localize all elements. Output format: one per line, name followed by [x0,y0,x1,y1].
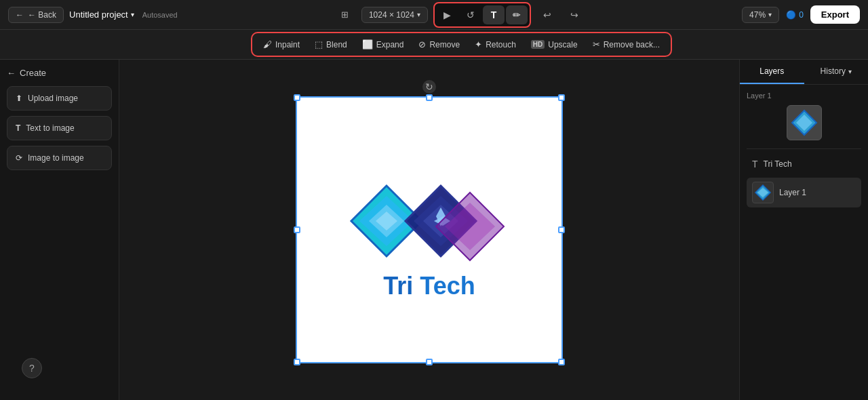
remove-button[interactable]: ⊘ Remove [412,36,467,53]
back-button[interactable]: ← ← Back [8,7,64,23]
zoom-selector[interactable]: 47% ▾ [742,7,779,23]
rotate-handle[interactable]: ↻ [422,80,436,94]
canvas-content: Tri Tech [297,98,561,362]
svg-text:Tri Tech: Tri Tech [383,272,475,300]
help-button[interactable]: ? [22,358,42,378]
layer1-section: Layer 1 [747,92,861,140]
text-layer-item[interactable]: T Tri Tech [747,155,861,174]
draw-tool-button[interactable]: ✏ [506,5,528,24]
expand-button[interactable]: ⬜ Expand [355,36,411,53]
upscale-button[interactable]: HD Upscale [524,37,585,53]
redo-button[interactable]: ↪ [564,5,585,24]
handle-top-right[interactable] [558,94,565,101]
rotate-icon: ↻ [425,81,433,92]
credits-button[interactable]: 🔵 0 [786,10,804,20]
autosaved-status: Autosaved [142,11,178,19]
layers-tab[interactable]: Layers [740,60,804,84]
text-tool-button[interactable]: T [483,5,505,24]
handle-top-mid[interactable] [426,94,433,101]
handle-bottom-right[interactable] [558,359,565,365]
remove-bg-button[interactable]: ✂ Remove back... [586,36,667,53]
chevron-down-icon: ▾ [768,11,772,18]
remove-bg-icon: ✂ [593,39,600,49]
export-button[interactable]: Export [810,5,860,24]
subtoolbar-inner: 🖌 Inpaint ⬚ Blend ⬜ Expand ⊘ Remove ✦ Re… [251,32,672,57]
subtoolbar: 🖌 Inpaint ⬚ Blend ⬜ Expand ⊘ Remove ✦ Re… [0,30,868,60]
create-section-title: ← Create [7,68,112,78]
layers-divider [747,148,861,149]
panel-header: Layers History ▾ [740,60,868,85]
header-right: 47% ▾ 🔵 0 Export [742,5,860,24]
inpaint-button[interactable]: 🖌 Inpaint [256,36,307,53]
blend-icon: ⬚ [315,39,323,49]
upload-image-button[interactable]: ⬆ Upload image [7,86,112,111]
project-name[interactable]: Untitled project ▾ [69,9,134,20]
canvas-frame: Tri Tech [297,98,561,362]
handle-bottom-left[interactable] [294,359,300,365]
header-left: ← ← Back Untitled project ▾ Autosaved [8,7,178,23]
image-to-image-button[interactable]: ⟳ Image to image [7,146,112,170]
back-icon: ← [16,10,24,20]
text-icon: T [16,123,20,133]
chevron-down-icon: ▾ [131,11,134,18]
inpaint-icon: 🖌 [263,39,272,49]
blend-button[interactable]: ⬚ Blend [308,36,354,53]
canvas-size-selector[interactable]: 1024 × 1024 ▾ [361,7,428,23]
upload-icon: ⬆ [16,94,22,103]
text-to-image-button[interactable]: T Text to image [7,116,112,140]
handle-bottom-mid[interactable] [426,359,433,365]
back-label: ← Back [28,10,56,20]
select-tool-button[interactable]: ▶ [437,5,458,24]
layer1-thumbnail [787,105,822,140]
header-center: ⊞ 1024 × 1024 ▾ ▶ ↺ T ✏ ↩ ↪ [184,2,735,28]
retouch-button[interactable]: ✦ Retouch [468,36,523,53]
rotate-tool-button[interactable]: ↺ [460,5,481,24]
remove-icon: ⊘ [418,39,426,49]
left-sidebar: ← Create ⬆ Upload image T Text to image … [0,60,119,400]
tool-group: ▶ ↺ T ✏ [433,2,531,28]
main-content: ← Create ⬆ Upload image T Text to image … [0,60,868,400]
retouch-icon: ✦ [475,39,482,49]
canvas-area[interactable]: ↻ [119,60,739,400]
frame-icon-btn[interactable]: ⊞ [334,5,356,24]
layer-thumbnail [752,182,774,203]
text-layer-icon: T [752,159,758,169]
header: ← ← Back Untitled project ▾ Autosaved ⊞ … [0,0,868,30]
undo-button[interactable]: ↩ [536,5,558,24]
chevron-down-icon: ▾ [417,11,420,18]
history-tab[interactable]: History ▾ [804,60,869,84]
right-panel: Layers History ▾ Layer 1 [739,60,868,400]
handle-mid-left[interactable] [294,226,300,233]
expand-icon: ⬜ [362,39,373,49]
image-to-image-icon: ⟳ [16,153,22,163]
handle-mid-right[interactable] [558,226,565,233]
upscale-icon: HD [531,40,545,49]
create-icon: ← [7,68,16,78]
canvas-wrapper: ↻ [297,98,561,362]
image-layer-item[interactable]: Layer 1 [747,178,861,207]
chevron-down-icon: ▾ [848,68,852,75]
logo-svg: Tri Tech [344,159,514,301]
panel-body: Layer 1 T Tri Tech [740,85,868,218]
handle-top-left[interactable] [294,94,300,101]
